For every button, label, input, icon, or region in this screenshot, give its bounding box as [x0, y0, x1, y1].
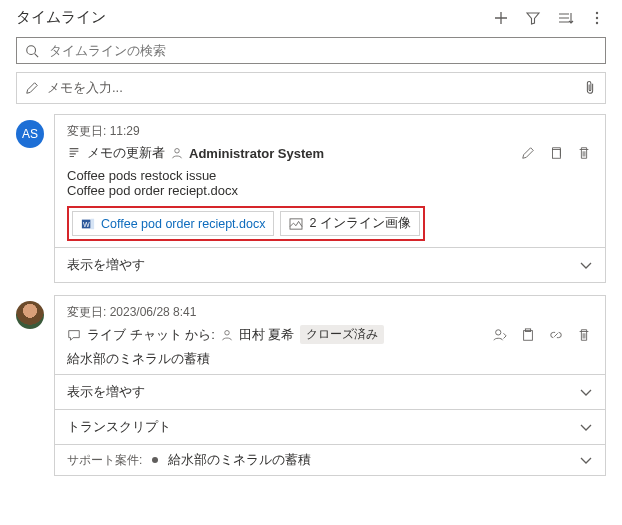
attachment-name: Coffee pod order reciept.docx	[101, 217, 265, 231]
chevron-down-icon	[579, 260, 593, 270]
support-case-row[interactable]: サポート案件: 給水部のミネラルの蓄積	[55, 444, 605, 475]
show-more-label: 表示を増やす	[67, 383, 145, 401]
person-icon	[171, 147, 183, 159]
timeline-header: タイムライン	[0, 0, 622, 35]
status-badge: クローズ済み	[300, 325, 384, 344]
svg-point-10	[225, 330, 230, 335]
entry-prefix: ライブ チャット から:	[87, 326, 215, 344]
add-icon[interactable]	[492, 9, 510, 27]
note-icon	[67, 146, 81, 160]
svg-rect-12	[524, 330, 533, 340]
entry-actor: Administrator System	[189, 146, 324, 161]
link-icon[interactable]	[547, 326, 565, 344]
avatar: AS	[16, 120, 44, 148]
svg-text:W: W	[83, 220, 90, 227]
chevron-down-icon	[579, 422, 593, 432]
modified-date: 変更日: 2023/06/28 8:41	[67, 304, 593, 321]
show-more-label: 表示を増やす	[67, 256, 145, 274]
memo-placeholder: メモを入力...	[47, 79, 575, 97]
chevron-down-icon	[579, 455, 593, 465]
support-value: 給水部のミネラルの蓄積	[168, 451, 569, 469]
entry-card: 変更日: 11:29 メモの更新者 Administrator System	[54, 114, 606, 283]
image-icon	[289, 218, 303, 230]
chevron-down-icon	[579, 387, 593, 397]
assign-icon[interactable]	[491, 326, 509, 344]
attachment-chip[interactable]: W Coffee pod order reciept.docx	[72, 211, 274, 236]
avatar	[16, 301, 44, 329]
inline-images-chip[interactable]: 2 インライン画像	[280, 211, 419, 236]
pencil-icon	[25, 81, 39, 95]
modified-date: 変更日: 11:29	[67, 123, 593, 140]
search-box[interactable]	[16, 37, 606, 64]
timeline-entry: 変更日: 2023/06/28 8:41 ライブ チャット から: 田村 夏希 …	[16, 295, 606, 476]
body-text: 給水部のミネラルの蓄積	[67, 350, 593, 368]
support-label: サポート案件:	[67, 452, 142, 469]
transcript-label: トランスクリプト	[67, 418, 171, 436]
memo-input-box[interactable]: メモを入力...	[16, 72, 606, 104]
body-text: Coffee pod order reciept.docx	[67, 183, 593, 198]
person-icon	[221, 329, 233, 341]
copy-icon[interactable]	[547, 144, 565, 162]
entry-prefix: メモの更新者	[87, 144, 165, 162]
more-icon[interactable]	[588, 9, 606, 27]
delete-icon[interactable]	[575, 144, 593, 162]
delete-icon[interactable]	[575, 326, 593, 344]
bullet-icon	[152, 457, 158, 463]
svg-point-1	[596, 16, 598, 18]
clipboard-icon[interactable]	[519, 326, 537, 344]
search-icon	[25, 44, 39, 58]
svg-rect-8	[91, 218, 95, 229]
edit-icon[interactable]	[519, 144, 537, 162]
chat-icon	[67, 328, 81, 342]
transcript-row[interactable]: トランスクリプト	[55, 409, 605, 444]
filter-icon[interactable]	[524, 9, 542, 27]
svg-rect-5	[553, 150, 561, 159]
svg-point-11	[496, 329, 501, 334]
attachment-icon[interactable]	[583, 80, 597, 96]
show-more-row[interactable]: 表示を増やす	[55, 374, 605, 409]
entry-card: 変更日: 2023/06/28 8:41 ライブ チャット から: 田村 夏希 …	[54, 295, 606, 476]
attachments-highlight: W Coffee pod order reciept.docx 2 インライン画…	[67, 206, 425, 241]
header-actions	[492, 9, 606, 27]
page-title: タイムライン	[16, 8, 106, 27]
svg-point-3	[27, 45, 36, 54]
svg-point-2	[596, 21, 598, 23]
timeline-entry: AS 変更日: 11:29 メモの更新者 Administrator Syste…	[16, 114, 606, 283]
word-icon: W	[81, 217, 95, 231]
inline-images-label: 2 インライン画像	[309, 215, 410, 232]
svg-point-0	[596, 11, 598, 13]
show-more-row[interactable]: 表示を増やす	[55, 247, 605, 282]
entry-actor: 田村 夏希	[239, 326, 295, 344]
svg-point-4	[175, 149, 180, 154]
sort-icon[interactable]	[556, 9, 574, 27]
search-input[interactable]	[47, 42, 597, 59]
body-text: Coffee pods restock issue	[67, 168, 593, 183]
